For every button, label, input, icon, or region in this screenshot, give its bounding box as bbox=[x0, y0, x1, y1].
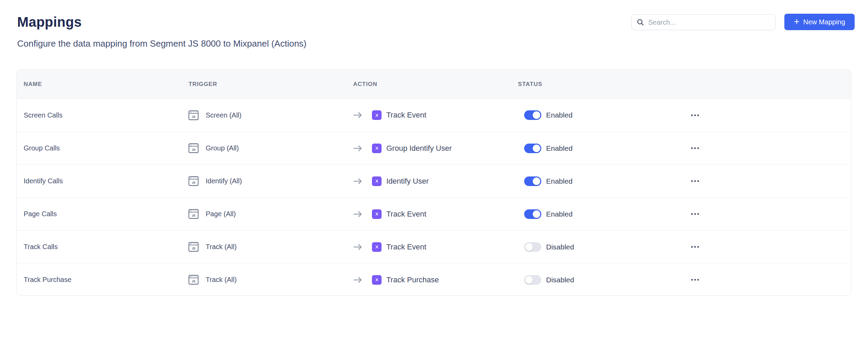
status-label: Disabled bbox=[546, 276, 574, 284]
row-menu-button[interactable] bbox=[690, 178, 700, 184]
column-header-trigger: TRIGGER bbox=[189, 81, 353, 88]
status-toggle[interactable] bbox=[524, 144, 541, 153]
new-mapping-button[interactable]: + New Mapping bbox=[784, 14, 855, 30]
js-source-icon: JS bbox=[189, 209, 198, 219]
status-toggle[interactable] bbox=[524, 176, 541, 186]
status-toggle[interactable] bbox=[524, 110, 541, 120]
mapping-action: Track Purchase bbox=[353, 275, 518, 285]
table-header-row: NAME TRIGGER ACTION STATUS bbox=[17, 70, 851, 99]
toggle-knob bbox=[533, 111, 540, 119]
action-label: Track Event bbox=[386, 210, 426, 219]
trigger-label: Group (All) bbox=[206, 144, 239, 152]
mapping-trigger: JS Group (All) bbox=[189, 143, 353, 153]
ellipsis-icon bbox=[691, 246, 693, 248]
table-row: Page Calls JS Page (All) Trac bbox=[17, 197, 851, 230]
action-label: Track Event bbox=[386, 243, 426, 251]
mapping-trigger: JS Screen (All) bbox=[189, 110, 353, 120]
mixpanel-icon bbox=[372, 275, 382, 285]
action-label: Identify User bbox=[386, 177, 429, 186]
svg-text:JS: JS bbox=[192, 247, 196, 250]
status-label: Enabled bbox=[546, 210, 572, 218]
mapping-action: Identify User bbox=[353, 176, 518, 186]
row-menu-cell bbox=[683, 145, 844, 151]
trigger-label: Track (All) bbox=[206, 276, 237, 284]
mixpanel-icon bbox=[372, 242, 382, 252]
trigger-label: Screen (All) bbox=[206, 111, 241, 119]
ellipsis-icon bbox=[691, 213, 693, 215]
page-subtitle: Configure the data mapping from Segment … bbox=[17, 38, 306, 49]
mixpanel-icon bbox=[372, 209, 382, 219]
row-menu-button[interactable] bbox=[690, 277, 700, 283]
trigger-label: Page (All) bbox=[206, 210, 236, 218]
mapping-trigger: JS Track (All) bbox=[189, 242, 353, 252]
toggle-knob bbox=[533, 145, 540, 152]
table-row: Track Calls JS Track (All) Tr bbox=[17, 230, 851, 263]
table-row: Group Calls JS Group (All) Gr bbox=[17, 132, 851, 164]
mapping-trigger: JS Track (All) bbox=[189, 275, 353, 285]
mapping-name: Track Purchase bbox=[24, 276, 189, 284]
row-menu-button[interactable] bbox=[690, 145, 700, 151]
ellipsis-icon bbox=[691, 114, 693, 116]
status-toggle[interactable] bbox=[524, 275, 541, 285]
mapping-action: Group Identify User bbox=[353, 144, 518, 153]
status-label: Disabled bbox=[546, 243, 574, 251]
mapping-trigger: JS Identify (All) bbox=[189, 176, 353, 186]
toggle-knob bbox=[525, 276, 533, 284]
mapping-trigger: JS Page (All) bbox=[189, 209, 353, 219]
ellipsis-icon bbox=[691, 180, 693, 182]
mapping-name: Track Calls bbox=[24, 243, 189, 251]
svg-text:JS: JS bbox=[192, 115, 196, 118]
ellipsis-icon bbox=[691, 279, 693, 281]
mixpanel-icon bbox=[372, 144, 382, 153]
search-box[interactable] bbox=[631, 14, 775, 30]
search-input[interactable] bbox=[648, 19, 770, 26]
mapping-name: Group Calls bbox=[24, 144, 189, 152]
arrow-right-icon bbox=[353, 276, 363, 284]
mapping-action: Track Event bbox=[353, 209, 518, 219]
svg-text:JS: JS bbox=[192, 214, 196, 217]
mapping-action: Track Event bbox=[353, 110, 518, 120]
status-toggle[interactable] bbox=[524, 242, 541, 252]
js-source-icon: JS bbox=[189, 110, 198, 120]
js-source-icon: JS bbox=[189, 242, 198, 252]
mapping-status: Enabled bbox=[518, 110, 683, 120]
status-label: Enabled bbox=[546, 111, 572, 119]
mixpanel-icon bbox=[372, 176, 382, 186]
row-menu-cell bbox=[683, 112, 844, 118]
arrow-right-icon bbox=[353, 111, 363, 119]
mapping-name: Screen Calls bbox=[24, 111, 189, 119]
mapping-status: Enabled bbox=[518, 176, 683, 186]
action-label: Track Purchase bbox=[386, 275, 439, 284]
status-label: Enabled bbox=[546, 144, 572, 152]
row-menu-cell bbox=[683, 244, 844, 250]
toggle-knob bbox=[533, 177, 540, 185]
table-row: Screen Calls JS Screen (All) bbox=[17, 99, 851, 132]
js-source-icon: JS bbox=[189, 176, 198, 186]
column-header-name: NAME bbox=[24, 81, 189, 88]
svg-text:JS: JS bbox=[192, 148, 196, 151]
row-menu-button[interactable] bbox=[690, 244, 700, 250]
row-menu-button[interactable] bbox=[690, 211, 700, 217]
action-label: Track Event bbox=[386, 111, 426, 120]
mixpanel-icon bbox=[372, 110, 382, 120]
status-toggle[interactable] bbox=[524, 209, 541, 219]
row-menu-cell bbox=[683, 211, 844, 217]
row-menu-button[interactable] bbox=[690, 112, 700, 118]
arrow-right-icon bbox=[353, 243, 363, 251]
svg-text:JS: JS bbox=[192, 181, 196, 184]
row-menu-cell bbox=[683, 178, 844, 184]
column-header-action: ACTION bbox=[353, 81, 518, 88]
js-source-icon: JS bbox=[189, 143, 198, 153]
mapping-status: Disabled bbox=[518, 242, 683, 252]
svg-text:JS: JS bbox=[192, 280, 196, 283]
table-row: Track Purchase JS Track (All) bbox=[17, 263, 851, 296]
mappings-table: NAME TRIGGER ACTION STATUS Screen Calls … bbox=[16, 70, 851, 296]
mapping-name: Identify Calls bbox=[24, 177, 189, 185]
column-header-status: STATUS bbox=[518, 81, 683, 88]
ellipsis-icon bbox=[691, 147, 693, 149]
toggle-knob bbox=[533, 210, 540, 218]
js-source-icon: JS bbox=[189, 275, 198, 285]
status-label: Enabled bbox=[546, 177, 572, 185]
mapping-status: Enabled bbox=[518, 209, 683, 219]
arrow-right-icon bbox=[353, 210, 363, 218]
